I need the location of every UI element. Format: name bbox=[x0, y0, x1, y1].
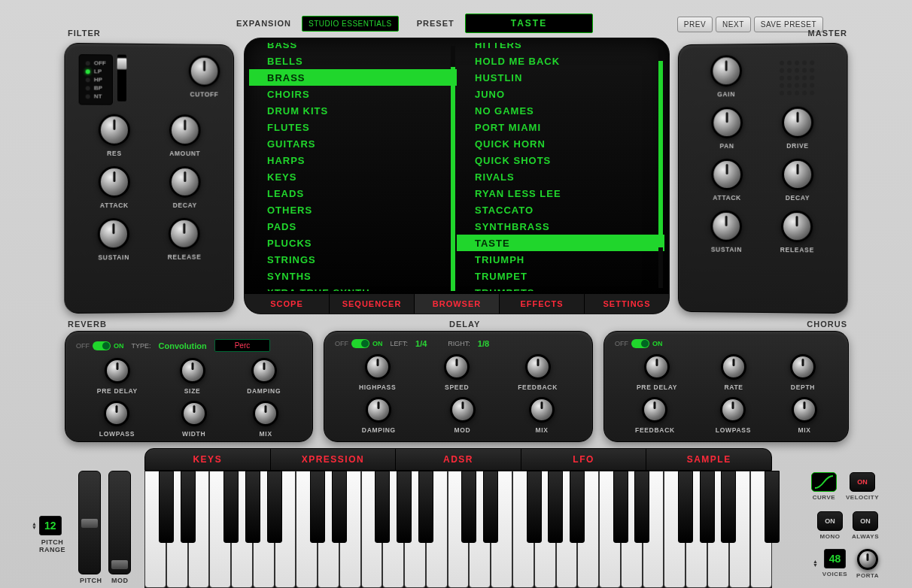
always-button[interactable]: ON bbox=[853, 511, 878, 531]
preset-item[interactable]: TRUMPETS bbox=[457, 284, 664, 291]
chorus-mix-knob[interactable] bbox=[792, 397, 817, 423]
black-key[interactable] bbox=[765, 471, 780, 543]
category-item[interactable]: SYNTHS bbox=[249, 268, 457, 284]
black-key[interactable] bbox=[483, 471, 498, 543]
pan-knob[interactable] bbox=[711, 107, 743, 138]
master-release-knob[interactable] bbox=[781, 211, 813, 242]
black-key[interactable] bbox=[678, 471, 693, 543]
reverb-width-knob[interactable] bbox=[181, 401, 207, 426]
preset-item[interactable]: HOLD ME BACK bbox=[457, 53, 664, 69]
curve-display[interactable] bbox=[811, 472, 837, 492]
preset-item[interactable]: TRUMPET bbox=[457, 268, 664, 284]
preset-item[interactable]: SYNTHBRASS bbox=[457, 218, 664, 235]
black-key[interactable] bbox=[418, 471, 433, 543]
preset-value[interactable]: TASTE bbox=[465, 14, 593, 33]
black-key[interactable] bbox=[570, 471, 585, 543]
reverb-type-value[interactable]: Convolution bbox=[159, 341, 207, 350]
prev-button[interactable]: PREV bbox=[677, 17, 713, 32]
gain-knob[interactable] bbox=[710, 55, 742, 86]
preset-item[interactable]: HUSTLIN bbox=[457, 69, 664, 86]
category-item[interactable]: BRASS bbox=[249, 69, 457, 86]
preset-item[interactable]: TASTE bbox=[457, 235, 664, 251]
preset-item[interactable]: JUNO bbox=[457, 86, 664, 102]
preset-item[interactable]: QUICK SHOTS bbox=[457, 152, 664, 168]
reverb-predelay-knob[interactable] bbox=[105, 358, 130, 383]
porta-knob[interactable] bbox=[857, 549, 878, 570]
black-key[interactable] bbox=[245, 471, 260, 543]
filter-mode-slider[interactable] bbox=[117, 55, 126, 102]
chorus-rate-knob[interactable] bbox=[721, 354, 746, 380]
drive-knob[interactable] bbox=[782, 107, 813, 138]
preset-item[interactable]: TRIUMPH bbox=[457, 251, 664, 268]
res-knob[interactable] bbox=[99, 114, 130, 146]
category-item[interactable]: BASS bbox=[249, 43, 457, 53]
filter-attack-knob[interactable] bbox=[99, 166, 130, 198]
chorus-predelay-knob[interactable] bbox=[644, 354, 670, 380]
tab-browser[interactable]: BROWSER bbox=[414, 294, 499, 314]
cutoff-knob[interactable] bbox=[189, 55, 220, 86]
preset-item[interactable]: PORT MIAMI bbox=[457, 119, 664, 135]
reverb-toggle[interactable]: OFFON bbox=[76, 341, 124, 350]
preset-item[interactable]: STACCATO bbox=[457, 202, 664, 218]
black-key[interactable] bbox=[267, 471, 282, 543]
reverb-lowpass-knob[interactable] bbox=[104, 401, 129, 426]
category-scrollbar[interactable] bbox=[451, 46, 455, 288]
chorus-feedback-knob[interactable] bbox=[642, 397, 667, 423]
tab-sequencer[interactable]: SEQUENCER bbox=[329, 294, 414, 314]
master-decay-knob[interactable] bbox=[782, 159, 813, 190]
filter-sustain-knob[interactable] bbox=[98, 218, 129, 250]
category-item[interactable]: GUITARS bbox=[249, 135, 457, 152]
btab-keys[interactable]: KEYS bbox=[145, 449, 270, 470]
expansion-value[interactable]: STUDIO ESSENTIALS bbox=[302, 16, 399, 32]
filter-release-knob[interactable] bbox=[169, 218, 200, 250]
filter-mode-selector[interactable]: OFF LP HP BP NT bbox=[79, 54, 113, 105]
btab-adsr[interactable]: ADSR bbox=[395, 449, 521, 470]
black-key[interactable] bbox=[613, 471, 628, 543]
delay-left-value[interactable]: 1/4 bbox=[415, 339, 427, 348]
reverb-size-knob[interactable] bbox=[180, 358, 205, 383]
mod-wheel[interactable] bbox=[108, 471, 131, 574]
mono-button[interactable]: ON bbox=[817, 511, 843, 531]
pitch-wheel[interactable] bbox=[78, 471, 101, 574]
velocity-button[interactable]: ON bbox=[850, 472, 875, 492]
category-column[interactable]: BASSBELLSBRASSCHOIRSDRUM KITSFLUTESGUITA… bbox=[249, 43, 457, 291]
master-attack-knob[interactable] bbox=[711, 159, 743, 190]
tab-scope[interactable]: SCOPE bbox=[245, 294, 329, 314]
category-item[interactable]: PADS bbox=[249, 218, 457, 235]
chorus-lowpass-knob[interactable] bbox=[720, 397, 746, 423]
black-key[interactable] bbox=[159, 471, 174, 543]
black-key[interactable] bbox=[375, 471, 390, 543]
delay-toggle[interactable]: OFFON bbox=[335, 339, 383, 348]
delay-mod-knob[interactable] bbox=[450, 397, 476, 423]
category-item[interactable]: HARPS bbox=[249, 152, 457, 168]
category-item[interactable]: BELLS bbox=[249, 53, 457, 69]
preset-scrollbar[interactable] bbox=[658, 46, 663, 288]
delay-feedback-knob[interactable] bbox=[525, 354, 551, 380]
btab-sample[interactable]: SAMPLE bbox=[646, 449, 771, 470]
preset-item[interactable]: QUICK HORN bbox=[457, 135, 664, 152]
next-button[interactable]: NEXT bbox=[716, 17, 751, 32]
preset-item[interactable]: RYAN LESS LEE bbox=[457, 185, 664, 202]
spin-icon[interactable]: ▲▼ bbox=[32, 522, 37, 529]
btab-xpression[interactable]: XPRESSION bbox=[270, 449, 396, 470]
delay-highpass-knob[interactable] bbox=[365, 354, 391, 380]
black-key[interactable] bbox=[634, 471, 649, 543]
category-item[interactable]: XTRA TRUE SYNTH bbox=[249, 284, 457, 291]
delay-damping-knob[interactable] bbox=[366, 397, 391, 423]
black-key[interactable] bbox=[223, 471, 239, 543]
preset-column[interactable]: HITTERSHOLD ME BACKHUSTLINJUNONO GAMESPO… bbox=[457, 43, 664, 291]
category-item[interactable]: CHOIRS bbox=[249, 86, 457, 102]
amount-knob[interactable] bbox=[169, 114, 201, 146]
chorus-toggle[interactable]: OFFON bbox=[615, 339, 663, 348]
tab-settings[interactable]: SETTINGS bbox=[584, 294, 669, 314]
category-item[interactable]: OTHERS bbox=[249, 202, 457, 218]
category-item[interactable]: LEADS bbox=[249, 185, 457, 202]
black-key[interactable] bbox=[700, 471, 715, 543]
preset-item[interactable]: HITTERS bbox=[457, 43, 664, 53]
category-item[interactable]: DRUM KITS bbox=[249, 102, 457, 119]
black-key[interactable] bbox=[397, 471, 412, 543]
reverb-mix-knob[interactable] bbox=[253, 401, 278, 426]
category-item[interactable]: STRINGS bbox=[249, 251, 457, 268]
master-sustain-knob[interactable] bbox=[711, 211, 743, 242]
black-key[interactable] bbox=[332, 471, 347, 543]
